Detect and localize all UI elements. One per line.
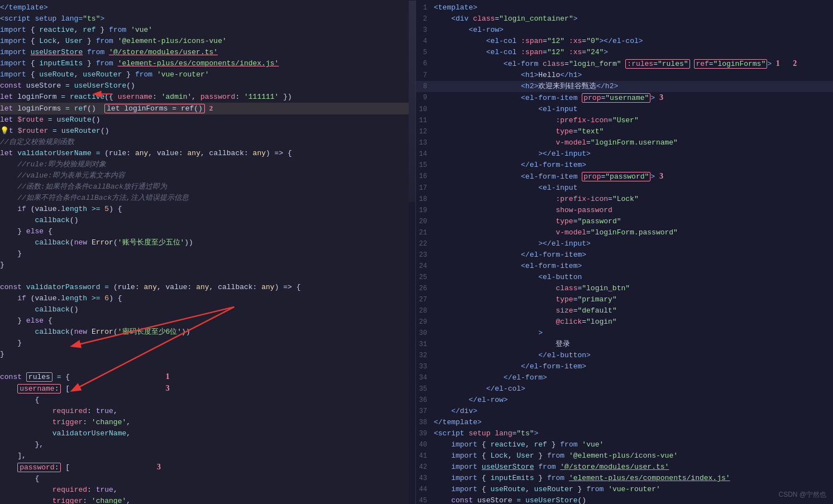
line-number: 21 — [416, 227, 434, 238]
code-line: { — [0, 395, 415, 406]
code-line: { — [0, 473, 415, 484]
line-number: 39 — [416, 428, 434, 439]
code-line-rules: const rules = { 1 — [0, 371, 415, 383]
right-code-line-14: 14 ></el-input> — [416, 148, 833, 160]
right-code-line-29: 29 @click="login" — [416, 316, 833, 328]
right-code-line-13: 13 v-model="loginForm.username" — [416, 137, 833, 148]
right-code-line-16: 16 <el-form-item prop="password"> 3 — [416, 171, 833, 183]
line-number: 20 — [416, 216, 434, 227]
code-line: 💡t $router = useRouter() — [0, 126, 415, 137]
right-code-line-6: 6 <el-form class="login_form" :rules="ru… — [416, 58, 833, 70]
right-code-line-31: 31 登录 — [416, 339, 833, 350]
right-code-line-39: 39 <script setup lang="ts"> — [416, 428, 833, 439]
attribution-text: CSDN @宁然也 — [778, 490, 826, 500]
code-line-username: username: [ 3 — [0, 383, 415, 395]
line-number: 5 — [416, 47, 434, 58]
right-code-line-41: 41 import { Lock, User } from '@element-… — [416, 450, 833, 462]
right-code-line-43: 43 import { inputEmits } from 'element-p… — [416, 473, 833, 484]
line-number: 10 — [416, 104, 434, 115]
right-code-line-44: 44 import { useRoute, useRouter } from '… — [416, 484, 833, 495]
code-line: let $route = useRoute() — [0, 114, 415, 126]
right-code-line-21: 21 v-model="loginForm.password" — [416, 227, 833, 238]
code-line: import useUserStore from '@/store/module… — [0, 47, 415, 58]
right-code-line-1: 1 <template> — [416, 2, 833, 13]
code-line: let validatorUserName = (rule: any, valu… — [0, 148, 415, 159]
right-code-line-19: 19 show-password — [416, 205, 833, 216]
code-line: //函数:如果符合条件callBack放行通过即为 — [0, 181, 415, 193]
right-code-panel: 1 <template> 2 <div class="login_contain… — [416, 0, 833, 504]
right-code-line-9: 9 <el-form-item prop="username"> 3 — [416, 92, 833, 104]
right-code-line-3: 3 <el-row> — [416, 25, 833, 36]
line-number: 25 — [416, 272, 434, 283]
right-code-line-40: 40 import { reactive, ref } from 'vue' — [416, 439, 833, 450]
right-code-line-22: 22 ></el-input> — [416, 238, 833, 249]
code-line: callback(new Error('账号长度至少五位')) — [0, 237, 415, 248]
code-line: required: true, — [0, 484, 415, 496]
right-code-line-37: 37 </div> — [416, 406, 833, 417]
code-line: required: true, — [0, 406, 415, 417]
right-code-line-30: 30 > — [416, 328, 833, 339]
code-line: const validatorPassword = (rule: any, va… — [0, 282, 415, 293]
minimap — [409, 0, 415, 504]
line-number: 28 — [416, 305, 434, 316]
right-code-line-36: 36 </el-row> — [416, 395, 833, 406]
line-number: 17 — [416, 183, 434, 194]
right-code-line-11: 11 :prefix-icon="User" — [416, 115, 833, 126]
code-line — [0, 271, 415, 282]
line-number: 43 — [416, 473, 434, 484]
right-code-line-8: 8 <h2>欢迎来到硅谷甄选</h2> — [416, 81, 833, 92]
right-code-line-42: 42 import useUserStore from '@/store/mod… — [416, 462, 833, 473]
right-code-line-33: 33 </el-form-item> — [416, 361, 833, 372]
line-number: 2 — [416, 13, 434, 25]
code-line: callback() — [0, 215, 415, 226]
right-code-line-32: 32 </el-button> — [416, 350, 833, 361]
right-code-line-27: 27 type="primary" — [416, 294, 833, 305]
code-line: } — [0, 349, 415, 360]
code-line: //value:即为表单元素文本内容 — [0, 170, 415, 181]
line-number: 40 — [416, 439, 434, 450]
line-number: 1 — [416, 2, 434, 13]
line-number: 41 — [416, 450, 434, 462]
right-code-line-7: 7 <h1>Hello</h1> — [416, 70, 833, 81]
code-line: } — [0, 248, 415, 260]
code-line: //如果不符合条件callBack方法,注入错误提示信息 — [0, 193, 415, 204]
line-number: 24 — [416, 261, 434, 272]
code-line: //rule:即为校验规则对象 — [0, 159, 415, 170]
right-code-line-23: 23 </el-form-item> — [416, 249, 833, 261]
line-number: 34 — [416, 372, 434, 383]
code-line: import { reactive, ref } from 'vue' — [0, 25, 415, 36]
line-number: 18 — [416, 194, 434, 205]
code-line: if (value.length >= 6) { — [0, 293, 415, 304]
code-line: trigger: 'change', — [0, 417, 415, 428]
code-line: validatorUserName, — [0, 428, 415, 439]
code-line: import { useRoute, useRouter } from 'vue… — [0, 69, 415, 80]
right-code-line-10: 10 <el-input — [416, 104, 833, 115]
line-number: 42 — [416, 462, 434, 473]
line-number: 7 — [416, 70, 434, 81]
right-code-area: 1 <template> 2 <div class="login_contain… — [416, 0, 833, 504]
line-number: 45 — [416, 495, 434, 504]
line-number: 38 — [416, 417, 434, 428]
line-number: 29 — [416, 316, 434, 328]
code-line: trigger: 'change', — [0, 496, 415, 504]
code-line: import { Lock, User } from '@element-plu… — [0, 36, 415, 47]
code-line: let loginForm = reactive({ username: 'ad… — [0, 92, 415, 103]
code-line: <script setup lang="ts"> — [0, 13, 415, 25]
line-number: 11 — [416, 115, 434, 126]
line-number: 36 — [416, 395, 434, 406]
code-line: callback() — [0, 304, 415, 315]
line-number: 44 — [416, 484, 434, 495]
line-number: 15 — [416, 160, 434, 171]
code-line: } — [0, 338, 415, 349]
code-line: if (value.length >= 5) { — [0, 204, 415, 215]
line-number: 33 — [416, 361, 434, 372]
right-code-line-20: 20 type="password" — [416, 216, 833, 227]
line-number: 23 — [416, 249, 434, 261]
line-number: 12 — [416, 126, 434, 137]
code-line-loginForms: let loginForms = ref() let loginForms = … — [0, 103, 415, 114]
code-line: import { inputEmits } from 'element-plus… — [0, 58, 415, 69]
line-number: 4 — [416, 36, 434, 47]
code-line: const useStore = useUserStore() — [0, 80, 415, 92]
left-code-panel: </template> <script setup lang="ts"> imp… — [0, 0, 416, 504]
left-code-area: </template> <script setup lang="ts"> imp… — [0, 0, 415, 504]
